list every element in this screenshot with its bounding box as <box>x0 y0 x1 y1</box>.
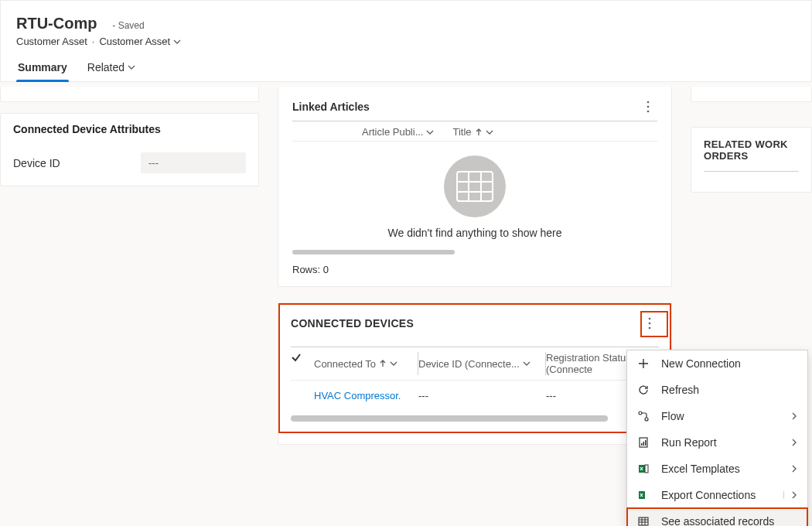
rows-count: Rows: 0 <box>292 264 657 275</box>
kebab-icon <box>648 317 651 330</box>
horizontal-scrollbar[interactable] <box>291 415 659 422</box>
column-title[interactable]: Title <box>452 126 493 138</box>
field-device-id[interactable]: --- <box>141 152 246 173</box>
linked-articles-header-row: Article Publi... Title <box>292 121 657 142</box>
menu-item-flow[interactable]: Flow <box>627 403 807 429</box>
arrow-up-icon <box>475 128 483 136</box>
column-article-public[interactable]: Article Publi... <box>362 126 434 138</box>
empty-grid-icon <box>444 155 506 217</box>
refresh-icon <box>638 384 649 395</box>
chevron-right-icon <box>790 412 798 420</box>
tab-related[interactable]: Related <box>86 61 137 81</box>
section-title-device-attributes: Connected Device Attributes <box>13 123 246 135</box>
svg-point-10 <box>649 327 651 330</box>
svg-rect-14 <box>641 443 643 445</box>
svg-point-11 <box>639 412 642 415</box>
menu-item-refresh[interactable]: Refresh <box>627 377 807 403</box>
label-device-id: Device ID <box>13 157 141 169</box>
related-work-orders-title: RELATED WORK ORDERS <box>704 138 799 162</box>
cell-device-id: --- <box>418 390 546 401</box>
svg-point-0 <box>647 101 650 104</box>
chevron-down-icon <box>173 38 181 46</box>
menu-item-new-connection[interactable]: New Connection <box>627 350 807 377</box>
column-connected-to[interactable]: Connected To <box>314 352 418 375</box>
breadcrumb-entity: Customer Asset <box>16 36 87 47</box>
horizontal-scrollbar[interactable] <box>292 250 657 256</box>
kebab-icon <box>647 101 650 113</box>
chevron-down-icon <box>426 128 434 136</box>
linked-articles-more-button[interactable] <box>639 97 657 116</box>
empty-state-text: We didn't find anything to show here <box>292 227 657 239</box>
tab-summary[interactable]: Summary <box>16 61 69 81</box>
menu-item-run-report[interactable]: Run Report <box>627 429 807 445</box>
linked-articles-card: Linked Articles Article Publi... Title <box>278 87 672 287</box>
link-connected-to[interactable]: HVAC Compressor. <box>314 390 418 401</box>
chevron-down-icon <box>486 128 493 136</box>
svg-point-9 <box>649 323 651 325</box>
breadcrumb: Customer Asset · Customer Asset <box>16 36 796 47</box>
check-icon <box>291 352 302 363</box>
page-title: RTU-Comp <box>16 15 97 32</box>
plus-icon <box>638 358 649 369</box>
connected-devices-more-button[interactable] <box>640 314 659 333</box>
svg-rect-16 <box>645 440 647 445</box>
connected-devices-title: CONNECTED DEVICES <box>291 317 414 330</box>
connected-devices-header-row: Connected To Device ID (Connecte... Regi… <box>291 347 659 381</box>
chevron-right-icon <box>790 439 798 445</box>
chevron-down-icon <box>390 360 397 367</box>
svg-point-8 <box>649 318 651 320</box>
breadcrumb-separator: · <box>92 36 95 47</box>
svg-point-12 <box>645 418 648 421</box>
column-select[interactable] <box>291 352 314 375</box>
right-card-stub <box>691 87 812 102</box>
svg-rect-3 <box>457 172 493 201</box>
linked-articles-title: Linked Articles <box>292 101 370 113</box>
chevron-down-icon <box>128 63 135 71</box>
save-status: - Saved <box>112 20 144 31</box>
divider <box>704 171 799 172</box>
chevron-down-icon <box>523 360 531 367</box>
arrow-up-icon <box>379 360 387 367</box>
flow-icon <box>638 411 649 422</box>
table-row[interactable]: HVAC Compressor. --- --- <box>291 381 659 409</box>
column-device-id[interactable]: Device ID (Connecte... <box>418 352 546 375</box>
left-card-stub <box>0 87 259 102</box>
svg-point-1 <box>647 106 650 108</box>
report-icon <box>638 437 649 445</box>
svg-point-2 <box>647 111 650 113</box>
context-menu: New Connection Refresh Flow Run Report E… <box>626 350 808 445</box>
connected-devices-card: CONNECTED DEVICES Connected To Device ID… <box>278 302 672 445</box>
svg-rect-15 <box>643 442 645 445</box>
form-selector[interactable]: Customer Asset <box>99 36 181 47</box>
device-attributes-section: Connected Device Attributes Device ID --… <box>0 113 259 186</box>
